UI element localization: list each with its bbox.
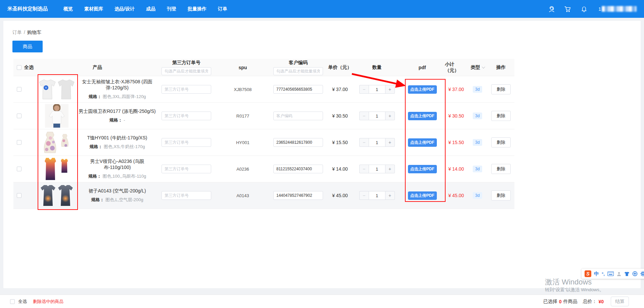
quantity-decrease-button[interactable]: − (359, 112, 369, 120)
main-content-card: 订单/购物车 商品 全选 产品 第三方订单号 spu 客户编码 (3, 21, 641, 288)
row-checkbox[interactable] (17, 87, 21, 92)
delete-button[interactable]: 删除 (491, 111, 511, 121)
ime-skin-icon[interactable] (624, 271, 630, 276)
quantity-input[interactable] (369, 85, 385, 94)
ime-settings-gear-icon[interactable] (640, 271, 644, 276)
spec-value: 图色,100,,鸟眼布-110g (102, 174, 146, 179)
quantity-decrease-button[interactable]: − (359, 85, 369, 94)
quantity-increase-button[interactable]: + (385, 191, 395, 200)
spec-value: 图色,3XL,四面弹-120g (103, 94, 146, 99)
bell-icon[interactable] (580, 5, 588, 13)
type-badge[interactable]: 3d (473, 192, 482, 199)
upload-pdf-button[interactable]: 点击上传PDF (408, 112, 437, 120)
brand-title[interactable]: 米圣科技定制选品 (7, 6, 48, 12)
quantity-header: 数量 (354, 64, 400, 71)
quantity-input[interactable] (369, 112, 385, 120)
customer-code-input[interactable] (273, 138, 323, 147)
quantity-input[interactable] (369, 165, 385, 173)
breadcrumb-current: 购物车 (27, 30, 41, 35)
nav-item-2[interactable]: 素材图库 (79, 6, 109, 12)
product-image[interactable] (37, 184, 77, 207)
ime-user-icon[interactable] (616, 271, 622, 276)
third-party-order-input[interactable] (162, 165, 211, 173)
upload-pdf-button[interactable]: 点击上传PDF (408, 85, 437, 94)
delete-button[interactable]: 删除 (491, 84, 511, 94)
delete-button[interactable]: 删除 (491, 137, 511, 147)
table-header: 全选 产品 第三方订单号 spu 客户编码 单价（元） 数量 pdf 小计（元） (13, 59, 514, 76)
type-header[interactable]: 类型 (467, 64, 488, 71)
product-image[interactable] (37, 157, 77, 181)
customer-code-batch-input[interactable] (273, 67, 323, 75)
quantity-increase-button[interactable]: + (385, 165, 395, 173)
nav-item-5[interactable]: 刊登 (161, 6, 182, 12)
checkout-button[interactable]: 结算 (611, 297, 629, 306)
row-checkbox[interactable] (17, 140, 21, 145)
nav-item-7[interactable]: 订单 (212, 6, 233, 12)
product-image[interactable] (37, 78, 77, 101)
ime-keyboard-icon[interactable] (607, 271, 614, 276)
upload-pdf-button[interactable]: 点击上传PDF (408, 138, 437, 147)
delete-selected-link[interactable]: 删除选中的商品 (33, 299, 63, 305)
cart-icon[interactable] (564, 5, 571, 13)
customer-code-input[interactable] (273, 112, 323, 120)
action-header: 操作 (488, 64, 514, 71)
ime-wheel-icon[interactable] (632, 271, 638, 276)
footer-summary: 已选择 0 件商品 总价： ¥0 结算 (543, 297, 629, 306)
ime-punctuation-icon[interactable]: °, (602, 271, 605, 276)
user-account[interactable]: 1 (598, 6, 637, 12)
type-badge[interactable]: 3d (473, 139, 482, 146)
quantity-stepper: − + (359, 85, 395, 94)
cart-row: 男士圆领卫衣R0177 (涤毛圈-250g/S) 规格： - R0177 ¥ 3… (13, 103, 514, 129)
type-badge[interactable]: 3d (473, 113, 482, 119)
spu-value: R0177 (236, 114, 249, 119)
bottom-bar: 全选 删除选中的商品 已选择 0 件商品 总价： ¥0 结算 (0, 295, 644, 308)
nav-item-4[interactable]: 成品 (140, 6, 161, 12)
nav-item-3[interactable]: 选品/设计 (109, 6, 140, 12)
customer-code-input[interactable] (273, 191, 323, 200)
products-tab-button[interactable]: 商品 (12, 41, 43, 52)
customer-code-input[interactable] (273, 85, 323, 94)
quantity-input[interactable] (369, 138, 385, 147)
third-party-order-input[interactable] (162, 112, 211, 120)
upload-pdf-button[interactable]: 点击上传PDF (408, 165, 437, 173)
select-all-checkbox[interactable] (17, 65, 21, 70)
upload-pdf-button[interactable]: 点击上传PDF (408, 191, 437, 200)
delete-button[interactable]: 删除 (491, 164, 511, 174)
quantity-increase-button[interactable]: + (385, 85, 395, 94)
product-name: T恤HY001 (牛奶丝-170g/XS) (79, 135, 156, 141)
row-checkbox[interactable] (17, 114, 21, 118)
customer-code-header: 客户编码 (289, 60, 308, 66)
row-checkbox[interactable] (17, 193, 21, 198)
product-image[interactable] (37, 104, 77, 128)
row-checkbox[interactable] (17, 167, 21, 171)
third-party-batch-input[interactable] (162, 67, 211, 75)
quantity-input[interactable] (369, 191, 385, 200)
footer-select-all-checkbox[interactable] (10, 299, 15, 304)
nav-menu: 概览素材图库选品/设计成品刊登批量操作订单 (58, 6, 233, 12)
nav-item-1[interactable]: 概览 (58, 6, 79, 12)
third-party-order-input[interactable] (162, 191, 211, 200)
unit-price-header: 单价（元） (326, 64, 354, 71)
spec-value: 图色,L,空气层-200g (105, 197, 143, 202)
quantity-increase-button[interactable]: + (385, 138, 395, 147)
ime-chinese-mode-icon[interactable]: 中 (594, 271, 599, 277)
customer-service-icon[interactable] (548, 5, 555, 13)
type-badge[interactable]: 3d (473, 166, 482, 172)
product-name: 男士圆领卫衣R0177 (涤毛圈-250g/S) (79, 108, 156, 115)
cart-row: 男士V领背心-A0236 (鸟眼布-110g/100) 规格： 图色,100,,… (13, 156, 514, 182)
chevron-down-icon[interactable] (482, 65, 485, 69)
quantity-decrease-button[interactable]: − (359, 138, 369, 147)
sogou-logo-icon[interactable]: S (585, 270, 591, 277)
delete-button[interactable]: 删除 (491, 190, 511, 201)
nav-item-6[interactable]: 批量操作 (182, 6, 212, 12)
cart-row: 裙子A0143 (空气层-200g/L) 规格： 图色,L,空气层-200g A… (13, 182, 514, 209)
quantity-decrease-button[interactable]: − (359, 165, 369, 173)
type-badge[interactable]: 3d (473, 86, 482, 93)
quantity-increase-button[interactable]: + (385, 112, 395, 120)
product-image[interactable] (37, 131, 77, 154)
third-party-order-input[interactable] (162, 85, 211, 94)
quantity-decrease-button[interactable]: − (359, 191, 369, 200)
customer-code-input[interactable] (273, 165, 323, 173)
breadcrumb-parent[interactable]: 订单 (12, 30, 22, 35)
third-party-order-input[interactable] (162, 138, 211, 147)
